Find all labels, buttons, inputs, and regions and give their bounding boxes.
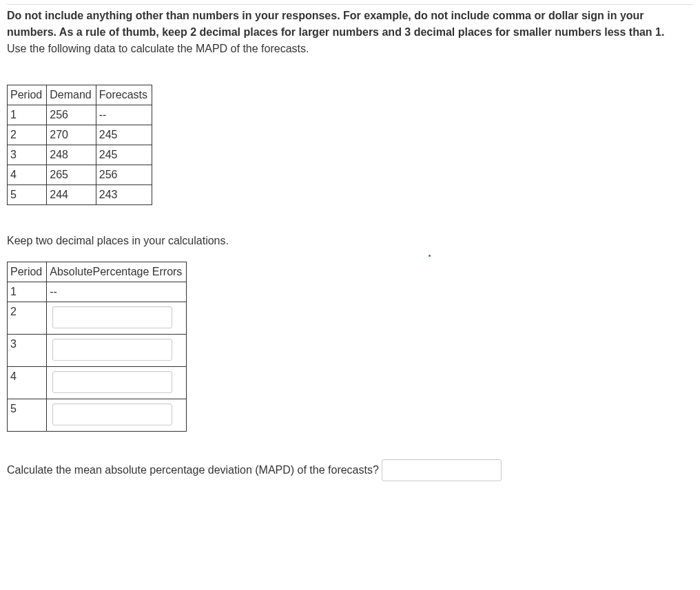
col-header-demand: Demand xyxy=(47,85,96,105)
table-row: 5 244 243 xyxy=(8,185,152,205)
instructions-normal: Use the following data to calculate the … xyxy=(7,43,309,54)
instructions-bold: Do not include anything other than numbe… xyxy=(7,10,664,38)
ape-input-period-4[interactable] xyxy=(52,371,172,393)
table-row: Period AbsolutePercentage Errors xyxy=(8,262,187,282)
table-row: 2 270 245 xyxy=(8,125,152,145)
ape-input-table: Period AbsolutePercentage Errors 1 -- 2 … xyxy=(7,262,187,432)
cursor-dot xyxy=(429,255,431,257)
mid-instruction: Keep two decimal places in your calculat… xyxy=(7,233,693,249)
ape-input-period-3[interactable] xyxy=(52,339,172,361)
ape-input-period-5[interactable] xyxy=(52,403,172,425)
demand-forecast-table: Period Demand Forecasts 1 256 -- 2 270 2… xyxy=(7,85,152,205)
ape-input-period-2[interactable] xyxy=(52,306,172,328)
mapd-answer-input[interactable] xyxy=(382,459,502,481)
table-row: 5 xyxy=(8,399,187,432)
table-row: 3 xyxy=(8,335,187,367)
col-header-forecasts: Forecasts xyxy=(96,85,152,105)
table-row: 2 xyxy=(8,302,187,335)
table-row: 1 256 -- xyxy=(8,105,152,125)
table-row: 4 xyxy=(8,367,187,399)
table-row: 1 -- xyxy=(8,282,187,302)
question-instructions: Do not include anything other than numbe… xyxy=(7,4,693,57)
final-question-text: Calculate the mean absolute percentage d… xyxy=(7,462,379,478)
table-row: Period Demand Forecasts xyxy=(8,85,152,105)
table-row: 3 248 245 xyxy=(8,145,152,165)
col-header-period: Period xyxy=(8,262,47,282)
col-header-period: Period xyxy=(8,85,47,105)
col-header-ape: AbsolutePercentage Errors xyxy=(47,262,187,282)
table-row: 4 265 256 xyxy=(8,165,152,185)
